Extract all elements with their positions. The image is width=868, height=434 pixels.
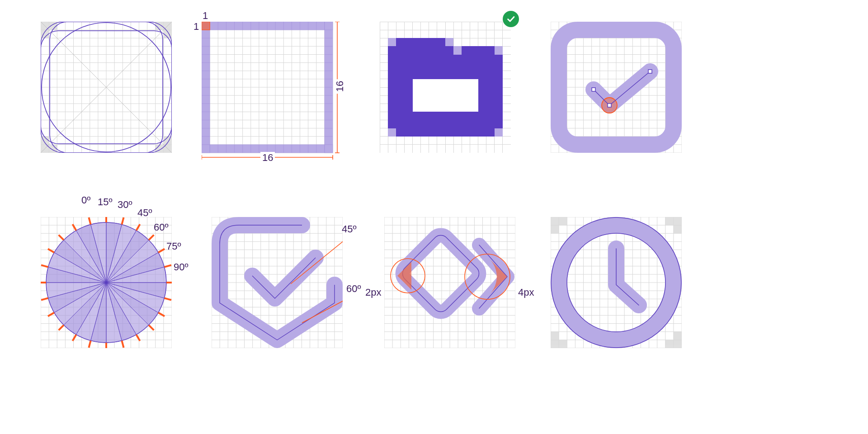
width-label: 16: [260, 152, 275, 164]
svg-rect-179: [396, 128, 495, 137]
clock-keyline-diagram: [551, 217, 682, 348]
svg-rect-173: [388, 128, 396, 137]
corner-radius-diagram: 2px 4px: [384, 217, 515, 348]
status-correct-icon: [503, 11, 519, 27]
angle-45: 45º: [137, 207, 152, 219]
radius-large-label: 4px: [518, 287, 534, 298]
radius-small-label: 2px: [365, 287, 381, 298]
shield-check-angles-diagram: 45º 60º: [212, 217, 343, 348]
svg-line-258: [122, 340, 123, 347]
angle-0: 0º: [81, 194, 90, 206]
angle-75: 75º: [166, 241, 181, 252]
svg-rect-170: [445, 38, 453, 46]
svg-rect-177: [462, 46, 495, 54]
svg-rect-180: [413, 79, 478, 112]
svg-line-266: [41, 265, 48, 267]
pixel-folder-diagram: [380, 22, 511, 153]
shield-check: [252, 258, 316, 298]
svg-line-268: [59, 235, 64, 240]
corner-dim-x: 1: [203, 10, 208, 22]
pixel-grid-dimensions-diagram: 1 1 16 16: [202, 22, 355, 175]
svg-line-270: [89, 217, 90, 224]
pixel-grid-svg: [202, 22, 355, 175]
pixel-folder-svg: [380, 22, 511, 153]
svg-line-248: [122, 217, 123, 224]
checkbox-svg: [551, 22, 682, 153]
svg-line-252: [164, 265, 171, 267]
svg-rect-171: [453, 46, 462, 54]
svg-line-254: [164, 298, 171, 300]
angle-wheel-svg: [41, 217, 172, 348]
svg-line-256: [149, 325, 154, 330]
svg-line-264: [41, 298, 48, 300]
svg-rect-335: [399, 232, 482, 315]
corner-radius-svg: [384, 217, 515, 348]
svg-line-260: [89, 340, 90, 347]
svg-line-262: [59, 325, 64, 330]
corner-pixel-highlight: [202, 22, 210, 30]
angle-15: 15º: [98, 196, 113, 208]
clock-svg: [551, 217, 682, 348]
angle-60: 60º: [154, 222, 169, 233]
clock-hands: [616, 249, 639, 305]
svg-rect-169: [388, 38, 396, 46]
diamond-shape: [399, 232, 482, 315]
shield-angle-60: 60º: [346, 283, 361, 295]
svg-rect-172: [495, 46, 503, 54]
svg-line-250: [149, 235, 154, 240]
svg-rect-176: [388, 46, 453, 54]
svg-rect-174: [495, 128, 503, 137]
angle-30: 30º: [118, 199, 132, 211]
checkbox-anchors-diagram: [551, 22, 682, 153]
angle-90: 90º: [174, 261, 189, 273]
shield-angle-45: 45º: [342, 223, 357, 235]
keyline-grid-svg: [41, 22, 172, 153]
svg-rect-212: [592, 88, 595, 91]
shield-svg: [212, 217, 343, 348]
keyline-grid-diagram: [41, 22, 172, 153]
dimension-lines: [202, 22, 340, 160]
checkmark-stroke: [594, 71, 650, 105]
height-label: 16: [334, 79, 346, 94]
svg-rect-175: [396, 38, 445, 46]
corner-dim-y: 1: [193, 21, 199, 33]
angle-wheel-diagram: 0º 15º 30º 45º 60º 75º 90º: [41, 217, 172, 348]
checkmark-icon: [506, 14, 516, 24]
svg-rect-213: [608, 104, 611, 107]
svg-rect-214: [648, 70, 652, 73]
